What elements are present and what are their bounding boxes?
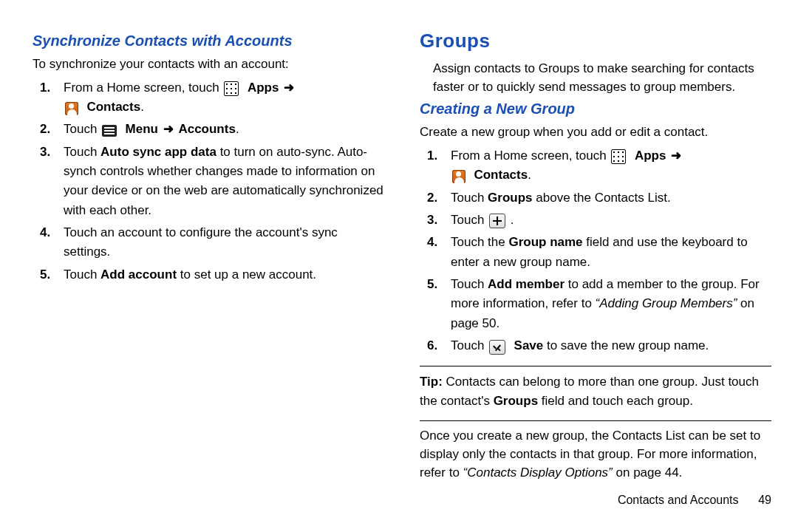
- apps-icon: [224, 81, 239, 96]
- text: Touch: [64, 122, 100, 136]
- text: Touch: [451, 338, 488, 352]
- footer-section: Contacts and Accounts: [618, 494, 739, 506]
- contacts-label: Contacts: [86, 100, 140, 114]
- sync-intro: To synchronize your contacts with an acc…: [33, 55, 384, 74]
- cg-step-4: Touch the Group name field and use the k…: [420, 233, 771, 272]
- create-group-steps: From a Home screen, touch Apps ➜ Contact…: [420, 146, 771, 355]
- manual-page: Synchronize Contacts with Accounts To sy…: [0, 0, 798, 532]
- heading-sync: Synchronize Contacts with Accounts: [33, 33, 384, 50]
- apps-icon: [611, 149, 626, 164]
- text: Touch: [64, 145, 100, 159]
- sync-step-4: Touch an account to configure the accoun…: [33, 223, 384, 262]
- cg-step-3: Touch .: [420, 211, 771, 230]
- sync-step-5: Touch Add account to set up a new accoun…: [33, 265, 384, 284]
- text: .: [140, 100, 144, 114]
- after-tip-paragraph: Once you create a new group, the Contact…: [420, 427, 771, 482]
- tip-label: Tip:: [420, 375, 443, 389]
- page-number: 49: [742, 494, 771, 507]
- ref-adding-members: “Adding Group Members”: [596, 296, 737, 310]
- cg-step-6: Touch Save to save the new group name.: [420, 336, 771, 355]
- groups-intro: Assign contacts to Groups to make search…: [420, 60, 771, 96]
- menu-icon: [102, 125, 117, 137]
- sync-step-2: Touch Menu ➜ Accounts.: [33, 120, 384, 139]
- groups-label: Groups: [488, 191, 532, 205]
- text: field and touch each group.: [538, 394, 693, 408]
- heading-groups: Groups: [420, 30, 771, 52]
- ref-display-options: “Contacts Display Options”: [463, 466, 613, 480]
- text: From a Home screen, touch: [64, 81, 222, 95]
- text: on page 44.: [613, 466, 683, 480]
- text: .: [236, 122, 239, 136]
- apps-label: Apps: [248, 81, 279, 95]
- text: Touch: [451, 213, 488, 227]
- right-column: Groups Assign contacts to Groups to make…: [402, 30, 771, 517]
- text: Touch: [64, 267, 100, 282]
- accounts-label: Accounts: [178, 122, 235, 136]
- contacts-icon: [65, 102, 78, 115]
- cg-step-1: From a Home screen, touch Apps ➜ Contact…: [420, 146, 771, 185]
- separator: [420, 366, 771, 366]
- create-group-intro: Create a new group when you add or edit …: [420, 123, 771, 142]
- apps-label: Apps: [635, 149, 666, 163]
- cg-step-5: Touch Add member to add a member to the …: [420, 275, 771, 333]
- sync-step-3: Touch Auto sync app data to turn on auto…: [33, 143, 384, 220]
- left-column: Synchronize Contacts with Accounts To sy…: [33, 30, 402, 517]
- add-account-label: Add account: [100, 267, 177, 282]
- text: Touch the: [451, 235, 508, 249]
- text: to save the new group name.: [543, 338, 709, 352]
- text: to set up a new account.: [177, 267, 316, 282]
- page-footer: Contacts and Accounts 49: [420, 486, 771, 507]
- sync-steps: From a Home screen, touch Apps ➜ Contact…: [33, 78, 384, 284]
- text: .: [528, 168, 531, 182]
- heading-create-group: Creating a New Group: [420, 100, 771, 117]
- text: .: [507, 213, 514, 227]
- menu-label: Menu: [126, 122, 158, 136]
- group-name-label: Group name: [508, 235, 582, 249]
- auto-sync-label: Auto sync app data: [100, 145, 216, 159]
- contacts-label: Contacts: [474, 168, 528, 182]
- cg-step-2: Touch Groups above the Contacts List.: [420, 188, 771, 208]
- add-member-label: Add member: [488, 277, 565, 291]
- sync-step-1: From a Home screen, touch Apps ➜ Contact…: [33, 78, 384, 117]
- arrow-icon: ➜: [282, 81, 296, 95]
- save-label: Save: [514, 338, 544, 352]
- text: From a Home screen, touch: [451, 149, 610, 163]
- arrow-icon: ➜: [162, 122, 175, 136]
- text: Touch: [451, 277, 488, 291]
- check-icon: [489, 340, 505, 355]
- groups-field-label: Groups: [494, 394, 538, 408]
- separator: [420, 420, 771, 421]
- arrow-icon: ➜: [669, 149, 683, 163]
- text: above the Contacts List.: [533, 191, 671, 205]
- plus-icon: [489, 214, 505, 228]
- contacts-icon: [452, 170, 466, 183]
- tip-block: Tip: Contacts can belong to more than on…: [420, 372, 771, 410]
- text: Touch: [451, 191, 488, 205]
- text: Touch an account to configure the accoun…: [64, 225, 338, 259]
